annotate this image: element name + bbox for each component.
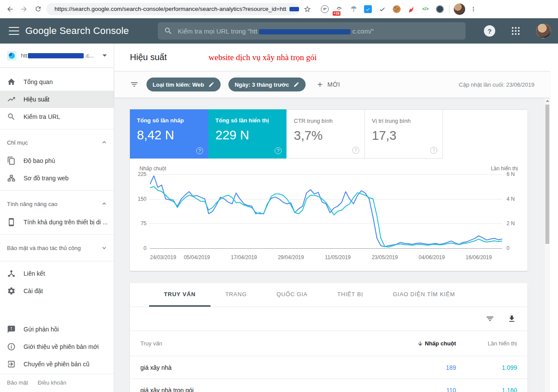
search-type-chip[interactable]: Loại tìm kiếm: Web [146, 78, 221, 91]
browser-profile-avatar[interactable] [454, 3, 465, 15]
tile-label: CTR trung bình [294, 118, 357, 124]
sidebar-section-security[interactable]: Bảo mật và thao tác thủ công [0, 238, 114, 257]
sidebar-item-label: Tính khả dụng trên thiết bị di ... [24, 219, 108, 226]
download-icon[interactable] [507, 314, 516, 323]
main-content: Hiệu suất website dịch vụ xây nhà trọn g… [114, 44, 550, 392]
apps-grid-icon[interactable] [512, 27, 520, 35]
tile-total-clicks[interactable]: Tổng số lần nhấp 8,42 N ? [130, 109, 208, 159]
sidebar-item-url-inspection[interactable]: Kiểm tra URL [0, 108, 114, 125]
chevron-down-icon [102, 245, 107, 250]
sidebar-section-index[interactable]: Chỉ mục [0, 133, 114, 152]
help-icon[interactable]: ? [352, 147, 359, 154]
chart-series-clicks [150, 176, 502, 247]
sidebar-item-links[interactable]: Liên kết [0, 265, 114, 282]
impressions-cell: 1.160 [456, 387, 517, 392]
extension-cookie-icon[interactable] [392, 4, 401, 14]
tab-queries[interactable]: TRUY VẤN [149, 283, 211, 307]
extension-bluecheck-icon[interactable] [363, 4, 373, 14]
smartphone-icon [7, 218, 16, 226]
scroll-up-arrow[interactable] [546, 100, 549, 102]
column-clicks[interactable]: Nhấp chuột [395, 340, 456, 347]
extension-umbrella-icon[interactable] [349, 4, 358, 14]
sidebar-item-sitemaps[interactable]: Sơ đồ trang web [0, 169, 114, 187]
dimensions-card: TRUY VẤN TRANG QUỐC GIA THIẾT BỊ GIAO DI… [130, 283, 527, 392]
plus-icon [316, 81, 324, 88]
sidebar-item-about-new-version[interactable]: Giới thiệu về phiên bản mới [0, 338, 114, 355]
column-query[interactable]: Truy vấn [140, 340, 395, 347]
extension-circle-icon[interactable] [435, 4, 445, 14]
app-header: Google Search Console Kiểm tra mọi URL t… [0, 18, 558, 44]
performance-card: Tổng số lần nhấp 8,42 N ? Tổng số lần hi… [130, 109, 527, 271]
new-filter-button[interactable]: MỚI [316, 81, 340, 88]
plot-area[interactable] [150, 174, 502, 248]
table-row[interactable]: giá xây nhà trọn gói 110 1.160 [130, 379, 527, 392]
back-icon[interactable] [4, 3, 16, 15]
table-filter-icon[interactable] [486, 314, 494, 323]
sidebar-item-label: Tổng quan [24, 78, 53, 85]
tile-average-ctr[interactable]: CTR trung bình 3,7% ? [286, 109, 365, 159]
tab-devices[interactable]: THIẾT BỊ [323, 283, 378, 307]
sidebar-item-settings[interactable]: Cài đặt [0, 282, 114, 300]
tab-pages[interactable]: TRANG [211, 283, 262, 307]
right-gutter [550, 44, 558, 392]
url-inspect-input[interactable]: Kiểm tra mọi URL trong "httc.com/" [158, 22, 466, 40]
forward-icon[interactable] [18, 3, 30, 15]
help-icon[interactable]: ? [430, 147, 437, 154]
performance-chart-svg [150, 174, 502, 248]
privacy-link[interactable]: Bảo mật [7, 379, 28, 386]
tab-search-appearance[interactable]: GIAO DIỆN TÌM KIẾM [378, 283, 470, 307]
sidebar-item-coverage[interactable]: Độ bao phủ [0, 152, 114, 169]
sidebar-item-overview[interactable]: Tổng quan [0, 73, 114, 91]
red-annotation-text: website dịch vụ xây nhà trọn gói [209, 53, 317, 62]
tile-label: Tổng số lần nhấp [137, 117, 201, 124]
bookmark-star-icon[interactable] [302, 3, 313, 15]
sidebar-item-label: Hiệu suất [24, 96, 49, 103]
column-impressions[interactable]: Lần hiển thị [456, 340, 517, 347]
extension-rocket-icon[interactable] [406, 4, 416, 14]
help-icon[interactable]: ? [196, 147, 203, 154]
sidebar-section-enhancements[interactable]: Tính năng nâng cao [0, 194, 114, 213]
sidebar-item-label: Độ bao phủ [24, 157, 55, 164]
sidebar-item-label: Sơ đồ trang web [24, 175, 68, 182]
property-selector[interactable]: htt.c... [0, 44, 114, 68]
sidebar-item-feedback[interactable]: Gửi phản hồi [0, 321, 114, 338]
section-label: Tính năng nâng cao [7, 201, 58, 207]
help-icon[interactable]: ? [484, 25, 495, 37]
chevron-down-icon [102, 54, 107, 57]
account-avatar[interactable] [536, 24, 551, 38]
tile-label: Vị trí trung bình [372, 118, 436, 124]
last-updated-text: Cập nhật lần cuối: 23/06/2019 [459, 81, 534, 88]
tile-label: Tổng số lần hiển thị [215, 117, 280, 124]
tile-average-position[interactable]: Vị trí trung bình 17,3 ? [364, 109, 443, 159]
search-icon [164, 27, 173, 35]
sidebar-item-mobile-usability[interactable]: Tính khả dụng trên thiết bị di ... [0, 213, 114, 231]
terms-link[interactable]: Điều khoản [37, 379, 66, 386]
filter-icon[interactable] [130, 80, 139, 89]
tile-total-impressions[interactable]: Tổng số lần hiển thị 229 N ? [208, 109, 287, 159]
browser-toolbar: https://search.google.com/search-console… [0, 0, 558, 18]
toolbar-divider [449, 5, 449, 14]
extension-seo-icon[interactable]: +1$ [334, 4, 344, 14]
tab-countries[interactable]: QUỐC GIA [262, 283, 322, 307]
reload-icon[interactable] [32, 3, 44, 15]
sitemap-icon [7, 174, 16, 182]
sort-desc-icon [417, 341, 423, 347]
help-icon[interactable]: ? [275, 147, 282, 154]
vertical-scrollbar[interactable] [544, 98, 550, 392]
plus-one-badge: +1$ [333, 11, 340, 16]
date-range-chip[interactable]: Ngày: 3 tháng trước [228, 78, 306, 91]
extension-code-icon[interactable]: </> [421, 4, 430, 14]
scrollbar-thumb[interactable] [545, 105, 549, 244]
table-row[interactable]: giá xây nhà 189 1.099 [130, 356, 527, 379]
x-axis-labels: 24/03/2019 05/04/2019 17/04/2019 29/04/2… [150, 252, 502, 263]
extension-ip-icon[interactable]: IP [320, 4, 330, 14]
browser-menu-icon[interactable] [468, 3, 479, 15]
sidebar-item-performance[interactable]: Hiệu suất [0, 91, 114, 108]
info-icon [7, 342, 16, 351]
tile-value: 229 N [215, 128, 280, 142]
menu-icon[interactable] [9, 27, 19, 35]
extension-check-icon[interactable] [378, 4, 387, 14]
address-bar[interactable]: https://search.google.com/search-console… [46, 3, 299, 15]
divider [0, 261, 114, 261]
sidebar-item-old-version[interactable]: Chuyển về phiên bản cũ [0, 355, 114, 373]
